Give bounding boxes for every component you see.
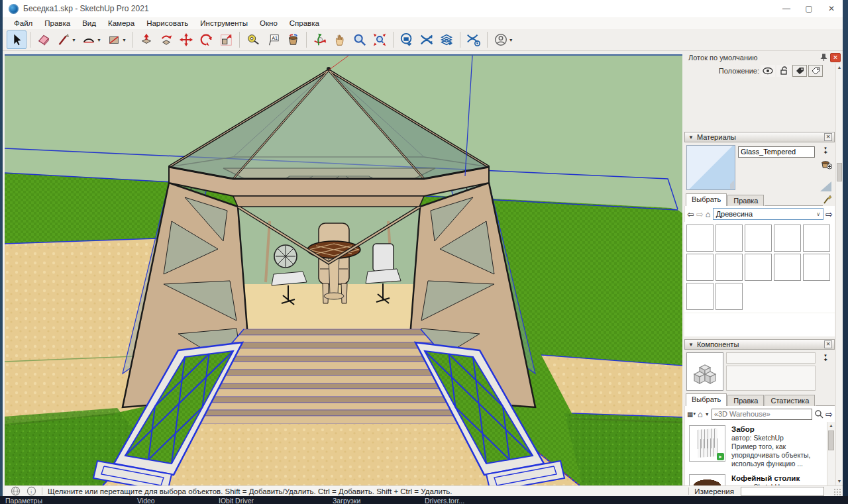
- home-dropdown-icon[interactable]: ▼: [705, 412, 710, 417]
- scrollbar-thumb[interactable]: [837, 163, 842, 181]
- line-tool-button[interactable]: [54, 30, 74, 49]
- materials-header[interactable]: ▼ Материалы ✕: [684, 132, 835, 142]
- scrollbar-thumb[interactable]: [828, 430, 834, 450]
- taskbar-item[interactable]: Параметры: [5, 497, 42, 504]
- material-swatch[interactable]: [803, 254, 830, 281]
- push-pull-tool-button[interactable]: [136, 30, 156, 49]
- arc-tool-button[interactable]: [79, 30, 99, 49]
- material-swatch[interactable]: [716, 225, 743, 252]
- detail-arrow-icon[interactable]: ⇨: [825, 209, 833, 219]
- tab-select[interactable]: Выбрать: [686, 193, 727, 206]
- pan-tool-button[interactable]: [330, 30, 350, 49]
- account-button[interactable]: [491, 30, 511, 49]
- back-icon[interactable]: ⇦: [687, 209, 694, 219]
- shapes-tool-button[interactable]: [104, 30, 124, 49]
- viewport-canvas[interactable]: [5, 56, 682, 485]
- line-dropdown-icon[interactable]: ▼: [72, 38, 76, 42]
- detail-arrow-icon[interactable]: ⇨: [825, 409, 833, 419]
- geolocation-status-icon[interactable]: [11, 486, 21, 496]
- select-tool-button[interactable]: [7, 30, 26, 49]
- component-name-field[interactable]: [726, 352, 816, 364]
- move-tool-button[interactable]: [176, 30, 196, 49]
- eraser-tool-button[interactable]: [34, 30, 54, 49]
- tab-statistics[interactable]: Статистика: [765, 395, 815, 406]
- measurements-input[interactable]: [741, 487, 824, 496]
- collapse-caret-icon[interactable]: ▼: [688, 134, 694, 140]
- paint-bucket-tool-button[interactable]: [283, 30, 303, 49]
- eyedropper-icon[interactable]: [823, 194, 832, 205]
- visibility-eye-icon[interactable]: [761, 65, 775, 77]
- secondary-pane-toggle-icon[interactable]: ▼✚: [820, 352, 831, 363]
- warehouse-search-input[interactable]: [712, 409, 812, 420]
- taskbar-item[interactable]: Drivers.torr...: [425, 497, 464, 504]
- tab-edit[interactable]: Правка: [727, 195, 764, 206]
- components-header[interactable]: ▼ Компоненты ✕: [684, 339, 835, 350]
- menu-item[interactable]: Вид: [76, 17, 102, 29]
- account-dropdown-icon[interactable]: ▼: [509, 38, 513, 42]
- components-close-icon[interactable]: ✕: [824, 340, 832, 348]
- text-tool-button[interactable]: A1: [263, 30, 283, 49]
- tray-scrollbar[interactable]: ▲ ▼: [835, 64, 843, 485]
- title-bar[interactable]: Беседка1.skp - SketchUp Pro 2021 — ▢ ✕: [3, 0, 843, 17]
- material-swatch[interactable]: [745, 254, 772, 281]
- material-name-input[interactable]: [738, 146, 815, 158]
- share-model-button[interactable]: [417, 30, 437, 49]
- tray-title-bar[interactable]: Лоток по умолчанию ✕: [683, 51, 843, 64]
- scale-tool-button[interactable]: [216, 30, 236, 49]
- 3d-viewport[interactable]: [5, 56, 682, 485]
- search-icon[interactable]: [814, 409, 823, 419]
- tab-edit[interactable]: Правка: [727, 395, 764, 406]
- menu-item[interactable]: Камера: [102, 17, 140, 29]
- send-to-layout-button[interactable]: [437, 30, 456, 49]
- material-swatch[interactable]: [716, 283, 743, 310]
- material-swatch[interactable]: [716, 254, 743, 281]
- home-icon[interactable]: ⌂: [706, 209, 711, 219]
- secondary-pane-toggle-icon[interactable]: ▼✚: [820, 145, 831, 156]
- tag-light-icon[interactable]: [808, 65, 823, 77]
- collection-dropdown[interactable]: Древесина ∨: [713, 208, 823, 220]
- component-thumbnail[interactable]: ▸: [689, 425, 725, 462]
- menu-item[interactable]: Файл: [8, 17, 38, 29]
- menu-item[interactable]: Инструменты: [194, 17, 254, 29]
- menu-item[interactable]: Окно: [254, 17, 284, 29]
- create-material-icon[interactable]: [820, 158, 832, 170]
- resize-grip[interactable]: [833, 488, 841, 496]
- arc-dropdown-icon[interactable]: ▼: [97, 38, 101, 42]
- material-swatch[interactable]: [686, 254, 714, 281]
- extension-warehouse-button[interactable]: [464, 30, 484, 49]
- tray-close-icon[interactable]: ✕: [830, 53, 841, 62]
- component-preview[interactable]: [686, 352, 723, 391]
- zoom-tool-button[interactable]: [350, 30, 370, 49]
- sample-paint-swatch[interactable]: [820, 181, 831, 191]
- maximize-button[interactable]: ▢: [798, 0, 820, 17]
- tag-dark-icon[interactable]: [792, 65, 807, 77]
- materials-close-icon[interactable]: ✕: [824, 133, 832, 141]
- material-swatch[interactable]: [774, 254, 801, 281]
- minimize-button[interactable]: —: [775, 0, 798, 17]
- menu-item[interactable]: Нарисовать: [140, 17, 194, 29]
- menu-item[interactable]: Справка: [284, 17, 325, 29]
- scroll-up-icon[interactable]: ▲: [827, 422, 835, 430]
- material-swatch[interactable]: [803, 225, 830, 252]
- tape-measure-tool-button[interactable]: [243, 30, 263, 49]
- scroll-down-icon[interactable]: ▼: [836, 478, 843, 485]
- unlock-icon[interactable]: [776, 65, 791, 77]
- active-material-preview[interactable]: [686, 145, 735, 190]
- forward-icon[interactable]: ⇨: [696, 209, 704, 219]
- material-swatch[interactable]: [686, 283, 714, 310]
- view-options-icon[interactable]: ▦▾: [687, 411, 696, 418]
- scroll-up-icon[interactable]: ▲: [836, 64, 843, 72]
- component-description-field[interactable]: [726, 366, 816, 391]
- tab-select[interactable]: Выбрать: [686, 393, 727, 406]
- pin-icon[interactable]: [820, 53, 828, 62]
- material-swatch[interactable]: [774, 225, 801, 252]
- material-swatch[interactable]: [745, 225, 772, 252]
- home-icon[interactable]: ⌂: [698, 409, 703, 419]
- taskbar-item[interactable]: Video: [137, 497, 155, 504]
- taskbar-item[interactable]: IObit Driver: [219, 497, 254, 504]
- shapes-dropdown-icon[interactable]: ▼: [122, 38, 127, 42]
- collapse-caret-icon[interactable]: ▼: [688, 342, 694, 348]
- list-item[interactable]: ▸ Забор автор: SketchUp Пример того, как…: [689, 425, 824, 468]
- close-button[interactable]: ✕: [820, 0, 843, 17]
- credits-status-icon[interactable]: i: [26, 486, 36, 496]
